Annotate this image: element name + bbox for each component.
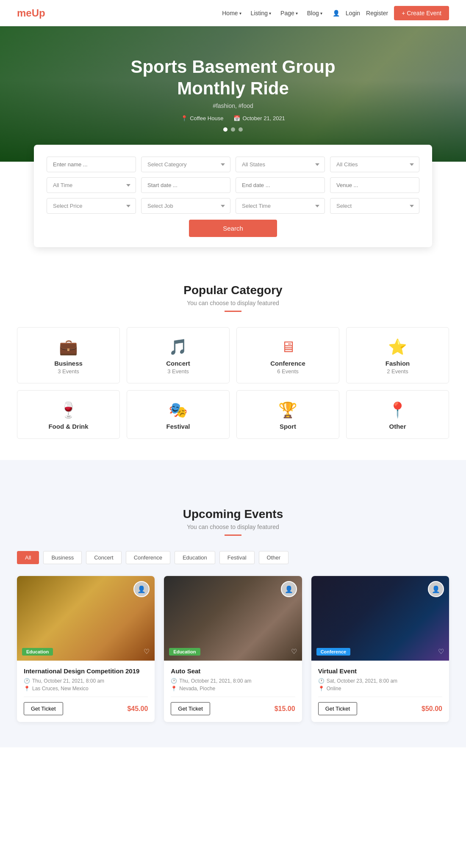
search-row-2: All Time xyxy=(47,177,419,193)
event-location: 📍 Las Cruces, New Mexico xyxy=(24,686,148,692)
hero-date: 📅 October 21, 2021 xyxy=(233,115,285,121)
tab-conference[interactable]: Conference xyxy=(126,551,170,564)
search-select-time[interactable]: Select Time xyxy=(236,198,325,214)
tab-festival[interactable]: Festival xyxy=(219,551,255,564)
search-row-3: Select Price Select Job Select Time Sele… xyxy=(47,198,419,214)
category-icon: 📍 xyxy=(355,402,440,418)
carousel-dot-2[interactable] xyxy=(231,127,235,132)
upcoming-header: Upcoming Events You can choose to displa… xyxy=(17,484,449,551)
category-card-concert[interactable]: 🎵 Concert 3 Events xyxy=(127,327,230,383)
search-venue[interactable] xyxy=(330,177,419,193)
upcoming-tabs: AllBusinessConcertConferenceEducationFes… xyxy=(17,551,449,564)
hero-content: Sports Basement Group Monthly Ride #fash… xyxy=(130,56,335,132)
event-category-badge: Education xyxy=(22,648,53,656)
nav-home[interactable]: Home▾ xyxy=(222,10,241,17)
category-count: 2 Events xyxy=(355,368,440,375)
search-category-select[interactable]: Select Category xyxy=(141,157,230,172)
create-event-button[interactable]: + Create Event xyxy=(394,6,449,20)
section-divider xyxy=(225,311,241,312)
search-button[interactable]: Search xyxy=(189,220,277,237)
search-time-select[interactable]: All Time xyxy=(47,177,136,193)
search-job-select[interactable]: Select Job xyxy=(141,198,230,214)
section-divider-upcoming xyxy=(225,535,241,536)
category-name: Conference xyxy=(245,360,330,367)
category-count: 3 Events xyxy=(136,368,221,375)
tab-all[interactable]: All xyxy=(17,551,39,564)
nav-auth: 👤 Login Register + Create Event xyxy=(333,6,449,20)
tab-education[interactable]: Education xyxy=(175,551,215,564)
user-icon: 👤 xyxy=(333,10,340,17)
get-ticket-button[interactable]: Get Ticket xyxy=(24,702,63,715)
heart-icon[interactable]: ♡ xyxy=(438,648,444,656)
category-card-other[interactable]: 📍 Other xyxy=(346,390,449,439)
login-link[interactable]: Login xyxy=(346,10,360,17)
event-body: Auto Seat 🕐 Thu, October 21, 2021, 8:00 … xyxy=(164,661,302,722)
upcoming-subtitle: You can choose to display featured xyxy=(17,524,449,530)
category-card-food---drink[interactable]: 🍷 Food & Drink xyxy=(17,390,120,439)
category-card-festival[interactable]: 🎭 Festival xyxy=(127,390,230,439)
event-date: 🕐 Thu, October 21, 2021, 8:00 am xyxy=(171,678,295,684)
tab-business[interactable]: Business xyxy=(43,551,82,564)
search-start-date[interactable] xyxy=(141,177,230,193)
heart-icon[interactable]: ♡ xyxy=(144,648,150,656)
location-icon: 📍 xyxy=(181,115,188,121)
category-card-fashion[interactable]: ⭐ Fashion 2 Events xyxy=(346,327,449,383)
search-price-select[interactable]: Select Price xyxy=(47,198,136,214)
carousel-dot-3[interactable] xyxy=(239,127,243,132)
category-name: Sport xyxy=(245,423,330,430)
tab-concert[interactable]: Concert xyxy=(86,551,122,564)
event-price: $50.00 xyxy=(422,705,442,713)
category-grid: 💼 Business 3 Events 🎵 Concert 3 Events 🖥… xyxy=(17,327,449,439)
event-location: 📍 Online xyxy=(318,686,442,692)
chevron-down-icon: ▾ xyxy=(320,11,322,16)
search-name-input[interactable] xyxy=(47,157,136,172)
hero-tags: #fashion, #food xyxy=(130,102,335,109)
event-footer: Get Ticket $15.00 xyxy=(171,697,295,715)
nav-blog[interactable]: Blog▾ xyxy=(307,10,322,17)
chevron-down-icon: ▾ xyxy=(239,11,241,16)
event-card: Education 👤 ♡ Auto Seat 🕐 Thu, October 2… xyxy=(164,576,302,722)
event-footer: Get Ticket $50.00 xyxy=(318,697,442,715)
event-price: $15.00 xyxy=(275,705,295,713)
event-image: Conference 👤 ♡ xyxy=(311,576,449,661)
popular-category-section: Popular Category You can choose to displ… xyxy=(0,260,466,460)
tab-other[interactable]: Other xyxy=(259,551,289,564)
nav-listing[interactable]: Listing▾ xyxy=(251,10,271,17)
nav-page[interactable]: Page▾ xyxy=(280,10,298,17)
register-link[interactable]: Register xyxy=(366,10,388,17)
calendar-icon: 📅 xyxy=(233,115,240,121)
hero-title: Sports Basement Group Monthly Ride xyxy=(130,56,335,99)
category-name: Other xyxy=(355,423,440,430)
event-image: Education 👤 ♡ xyxy=(164,576,302,661)
category-card-business[interactable]: 💼 Business 3 Events xyxy=(17,327,120,383)
clock-icon: 🕐 xyxy=(171,678,177,684)
category-card-conference[interactable]: 🖥 Conference 6 Events xyxy=(236,327,339,383)
category-name: Fashion xyxy=(355,360,440,367)
category-icon: 🏆 xyxy=(245,402,330,418)
category-icon: 🍷 xyxy=(26,402,111,418)
search-end-date[interactable] xyxy=(236,177,325,193)
search-button-wrapper: Search xyxy=(47,220,419,237)
search-states-select[interactable]: All States xyxy=(236,157,325,172)
event-date: 🕐 Thu, October 21, 2021, 8:00 am xyxy=(24,678,148,684)
category-card-sport[interactable]: 🏆 Sport xyxy=(236,390,339,439)
popular-category-title: Popular Category xyxy=(0,284,466,297)
category-name: Business xyxy=(26,360,111,367)
event-body: Virtual Event 🕐 Sat, October 23, 2021, 8… xyxy=(311,661,449,722)
carousel-dot-1[interactable] xyxy=(223,127,227,132)
get-ticket-button[interactable]: Get Ticket xyxy=(171,702,210,715)
search-select-extra[interactable]: Select xyxy=(330,198,419,214)
category-icon: ⭐ xyxy=(355,339,440,355)
search-box: Select Category All States All Cities Al… xyxy=(34,145,432,247)
search-cities-select[interactable]: All Cities xyxy=(330,157,419,172)
logo[interactable]: meUp xyxy=(17,7,45,19)
get-ticket-button[interactable]: Get Ticket xyxy=(318,702,358,715)
event-card: Education 👤 ♡ International Design Compe… xyxy=(17,576,155,722)
upcoming-title: Upcoming Events xyxy=(17,507,449,521)
category-name: Food & Drink xyxy=(26,423,111,430)
location-icon: 📍 xyxy=(171,686,177,692)
heart-icon[interactable]: ♡ xyxy=(291,648,297,656)
popular-category-header: Popular Category You can choose to displ… xyxy=(0,260,466,327)
event-category-badge: Education xyxy=(169,648,200,656)
category-icon: 🎭 xyxy=(136,402,221,418)
